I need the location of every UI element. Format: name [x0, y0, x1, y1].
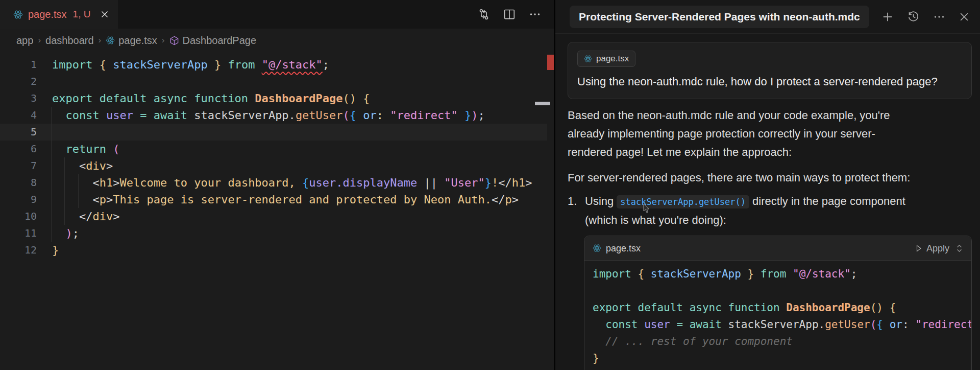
- line-number: 1: [0, 56, 37, 73]
- line-number: 5: [0, 124, 37, 141]
- line-number: 3: [0, 90, 37, 107]
- new-chat-icon[interactable]: [881, 11, 894, 23]
- user-message: page.tsx Using the neon-auth.mdc rule, h…: [568, 42, 972, 99]
- tab-page-tsx[interactable]: page.tsx 1, U: [0, 0, 118, 29]
- code-line: import { stackServerApp } from "@/stack"…: [52, 56, 532, 73]
- close-panel-icon[interactable]: [959, 11, 970, 22]
- code-line: return (: [52, 141, 532, 157]
- code-line: export default async function DashboardP…: [593, 299, 963, 316]
- chevron-right-icon: ›: [37, 35, 41, 45]
- code-block-header: page.tsx Apply: [584, 236, 971, 261]
- expand-collapse-icon[interactable]: [955, 244, 963, 253]
- code-line: const user = await stackServerApp.getUse…: [593, 316, 963, 333]
- git-compare-icon[interactable]: [478, 8, 490, 20]
- line-number: 8: [0, 174, 37, 191]
- attached-file-name: page.tsx: [596, 54, 629, 64]
- react-file-icon: [106, 36, 115, 45]
- code-block-actions: Apply: [915, 239, 963, 258]
- tab-close-icon[interactable]: [101, 10, 109, 18]
- list-number: 1.: [568, 192, 577, 211]
- editor-gutter: 123456789101112: [0, 56, 37, 259]
- react-file-icon: [13, 10, 23, 19]
- code-line: [52, 124, 532, 141]
- error-marker: [547, 55, 554, 70]
- code-line: export default async function DashboardP…: [52, 90, 532, 107]
- line-number: 10: [0, 208, 37, 225]
- line-number: 6: [0, 141, 37, 157]
- code-block-file: page.tsx: [593, 239, 641, 258]
- chat-pane: Protecting Server-Rendered Pages with ne…: [554, 0, 980, 370]
- history-icon[interactable]: [907, 10, 920, 23]
- breadcrumb-item-app[interactable]: app: [16, 35, 33, 47]
- code-line: const user = await stackServerApp.getUse…: [52, 107, 532, 124]
- code-block-card: page.tsx Apply: [584, 236, 972, 370]
- editor-tab-bar: page.tsx 1, U: [0, 0, 554, 29]
- line-number: 4: [0, 107, 37, 124]
- code-line: <div>: [52, 157, 532, 174]
- list-text-pre: Using: [585, 195, 617, 207]
- tab-file-name: page.tsx: [28, 9, 67, 20]
- editor-pane: page.tsx 1, U: [0, 0, 554, 370]
- chat-title[interactable]: Protecting Server-Rendered Pages with ne…: [570, 6, 869, 28]
- code-line: [593, 283, 963, 299]
- code-line: </div>: [52, 208, 532, 225]
- code-line: <p>This page is server-rendered and prot…: [52, 191, 532, 208]
- chat-header: Protecting Server-Rendered Pages with ne…: [555, 0, 980, 34]
- react-file-icon: [584, 55, 592, 63]
- chevron-right-icon: ›: [98, 35, 102, 45]
- answer-paragraph-2: For server-rendered pages, there are two…: [568, 169, 972, 187]
- breadcrumb-item-page-tsx[interactable]: page.tsx: [106, 35, 157, 47]
- attached-file-chip[interactable]: page.tsx: [577, 51, 635, 67]
- code-line: import { stackServerApp } from "@/stack"…: [593, 266, 963, 283]
- code-line: <h1>Welcome to your dashboard, {user.dis…: [52, 174, 532, 191]
- apply-button[interactable]: Apply: [915, 239, 949, 258]
- code-line: );: [52, 225, 532, 242]
- chevron-right-icon: ›: [161, 35, 165, 45]
- chat-header-actions: [881, 10, 970, 23]
- line-number: 2: [0, 73, 37, 90]
- inline-code: stackServerApp.getUser(): [617, 195, 749, 209]
- editor-toolbar: [478, 0, 541, 29]
- assistant-message: Based on the neon-auth.mdc rule and your…: [568, 106, 972, 370]
- breadcrumb-item-dashboardpage[interactable]: DashboardPage: [169, 35, 257, 47]
- editor-overview-ruler[interactable]: [547, 29, 554, 370]
- chat-code-lines: import { stackServerApp } from "@/stack"…: [584, 261, 971, 370]
- code-line: }: [52, 242, 532, 259]
- editor-code-lines: import { stackServerApp } from "@/stack"…: [52, 56, 532, 259]
- line-number: 7: [0, 157, 37, 174]
- code-line: }: [593, 350, 963, 367]
- line-number: 12: [0, 242, 37, 259]
- answer-list-item-1: 1. Using stackServerApp.getUser() direct…: [568, 192, 925, 229]
- react-file-icon: [593, 244, 601, 252]
- code-line: [52, 73, 532, 90]
- symbol-cube-icon: [169, 36, 179, 45]
- user-question-text: Using the neon-auth.mdc rule, how do I p…: [577, 75, 962, 88]
- chat-more-actions-icon[interactable]: [933, 11, 945, 23]
- answer-paragraph-1: Based on the neon-auth.mdc rule and your…: [568, 106, 920, 161]
- editor-more-actions-icon[interactable]: [529, 8, 541, 20]
- code-editor[interactable]: 123456789101112 import { stackServerApp …: [0, 56, 554, 370]
- code-line: // ... rest of your component: [593, 333, 963, 350]
- line-number: 11: [0, 225, 37, 242]
- breadcrumb: app › dashboard › page.tsx ›: [0, 29, 554, 52]
- split-editor-icon[interactable]: [503, 8, 516, 20]
- app-window: page.tsx 1, U: [0, 0, 980, 370]
- breadcrumb-item-dashboard[interactable]: dashboard: [45, 35, 94, 47]
- chat-messages: page.tsx Using the neon-auth.mdc rule, h…: [555, 34, 980, 370]
- line-number: 9: [0, 191, 37, 208]
- tab-decorations: 1, U: [73, 9, 91, 20]
- cursor-position-marker: [535, 102, 550, 105]
